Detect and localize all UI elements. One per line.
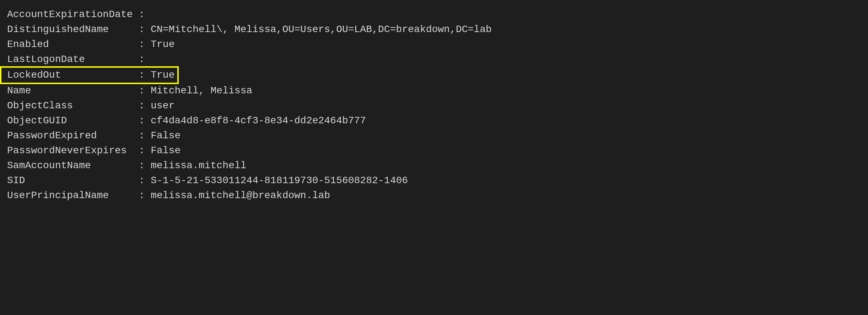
property-row: AccountExpirationDate :	[7, 7, 861, 22]
property-row: DistinguishedName : CN=Mitchell\, Meliss…	[7, 22, 861, 37]
property-key: LastLogonDate	[7, 52, 133, 67]
property-separator: :	[133, 128, 151, 143]
property-key: SID	[7, 173, 133, 188]
property-value: melissa.mitchell	[151, 158, 246, 173]
property-row: LockedOut : True	[0, 66, 179, 84]
property-separator: :	[133, 143, 151, 158]
property-separator: :	[133, 188, 151, 203]
property-value: True	[151, 37, 174, 52]
property-value: False	[151, 128, 181, 143]
property-separator: :	[133, 68, 151, 83]
property-value: Mitchell, Melissa	[151, 83, 252, 98]
property-value: cf4da4d8-e8f8-4cf3-8e34-dd2e2464b777	[151, 113, 366, 128]
property-key: DistinguishedName	[7, 22, 133, 37]
property-key: LockedOut	[7, 68, 133, 83]
property-value: user	[151, 98, 174, 113]
property-key: Enabled	[7, 37, 133, 52]
property-row: Name : Mitchell, Melissa	[7, 83, 861, 98]
property-row: PasswordNeverExpires : False	[7, 143, 861, 158]
property-row: Enabled : True	[7, 37, 861, 52]
property-separator: :	[133, 113, 151, 128]
property-row: SamAccountName : melissa.mitchell	[7, 158, 861, 173]
property-separator: :	[133, 7, 151, 22]
powershell-output: AccountExpirationDate : DistinguishedNam…	[7, 7, 861, 203]
property-key: AccountExpirationDate	[7, 7, 133, 22]
property-row: PasswordExpired : False	[7, 128, 861, 143]
property-key: UserPrincipalName	[7, 188, 133, 203]
property-separator: :	[133, 158, 151, 173]
property-separator: :	[133, 98, 151, 113]
property-value: S-1-5-21-533011244-818119730-515608282-1…	[151, 173, 408, 188]
property-key: SamAccountName	[7, 158, 133, 173]
property-row: ObjectGUID : cf4da4d8-e8f8-4cf3-8e34-dd2…	[7, 113, 861, 128]
property-key: ObjectGUID	[7, 113, 133, 128]
property-row: SID : S-1-5-21-533011244-818119730-51560…	[7, 173, 861, 188]
property-value: melissa.mitchell@breakdown.lab	[151, 188, 330, 203]
property-separator: :	[133, 173, 151, 188]
property-row: LastLogonDate :	[7, 52, 861, 67]
property-row: UserPrincipalName : melissa.mitchell@bre…	[7, 188, 861, 203]
property-row: ObjectClass : user	[7, 98, 861, 113]
property-key: PasswordExpired	[7, 128, 133, 143]
property-key: ObjectClass	[7, 98, 133, 113]
property-value: CN=Mitchell\, Melissa,OU=Users,OU=LAB,DC…	[151, 22, 492, 37]
property-value: False	[151, 143, 181, 158]
property-separator: :	[133, 22, 151, 37]
property-separator: :	[133, 83, 151, 98]
property-key: Name	[7, 83, 133, 98]
property-key: PasswordNeverExpires	[7, 143, 133, 158]
property-separator: :	[133, 37, 151, 52]
property-separator: :	[133, 52, 151, 67]
property-value: True	[151, 68, 174, 83]
